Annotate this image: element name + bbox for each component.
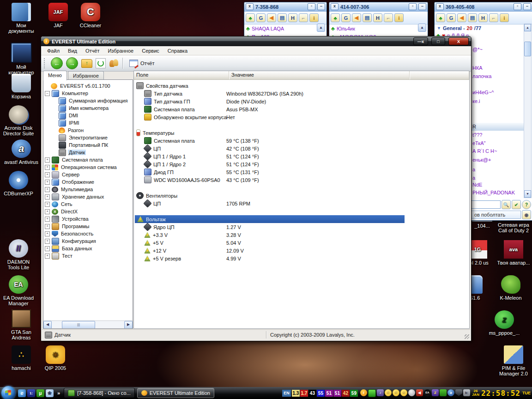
- scroll-up-icon[interactable]: ▲: [418, 24, 426, 32]
- bolt-tray-icon[interactable]: Z: [432, 389, 439, 396]
- contact-name-fragment[interactable]: А R`I C H~: [472, 148, 497, 154]
- scroll-right-icon[interactable]: ▶: [124, 321, 133, 329]
- tab-menu[interactable]: Меню: [43, 71, 67, 80]
- sensor-row[interactable]: Ядро ЦП1.27 V: [134, 223, 469, 231]
- tree-item[interactable]: +Мультимедиа: [43, 186, 133, 193]
- expand-icon[interactable]: +: [45, 194, 50, 200]
- desktop-icon-daemon[interactable]: //DAEMON Tools Lite: [1, 239, 36, 270]
- desktop-icon-hamachi[interactable]: ∴hamachi: [4, 345, 39, 371]
- contact-name-fragment[interactable]: @*~: [472, 47, 483, 52]
- close-icon[interactable]: x: [436, 3, 444, 10]
- g-toolbar-icon[interactable]: G: [447, 13, 456, 22]
- horn-tray-icon[interactable]: ◀: [416, 389, 423, 396]
- expand-icon[interactable]: +: [45, 224, 50, 229]
- wrench-toolbar-icon[interactable]: ⌐: [489, 13, 498, 22]
- desktop-icon-avast[interactable]: aavast! Antivirus: [4, 139, 39, 165]
- clover-toolbar-icon[interactable]: ♣: [246, 13, 255, 22]
- tree-item[interactable]: +Хранение данных: [43, 193, 133, 200]
- contact-row[interactable]: ♣Юль4ик: [329, 24, 428, 33]
- refresh-button[interactable]: [96, 58, 106, 68]
- desktop-icon-kmeleon[interactable]: K-Meleon: [493, 275, 528, 301]
- tree-item[interactable]: +Сервер: [43, 171, 133, 178]
- desktop-icon-pppoe[interactable]: zms_pppoe_...: [487, 310, 522, 336]
- contact-name-fragment[interactable]: еньк@+: [472, 157, 491, 163]
- h-toolbar-icon[interactable]: H: [478, 13, 488, 22]
- clover-toolbar-icon[interactable]: ♣: [331, 13, 340, 22]
- maximize-icon[interactable]: ▫: [514, 3, 521, 10]
- card-toolbar-icon[interactable]: ▤: [363, 13, 372, 22]
- expand-icon[interactable]: +: [45, 180, 50, 185]
- contact-name-fragment[interactable]: иН4eG~^: [472, 90, 494, 95]
- contact-name-fragment[interactable]: еТкА": [472, 140, 485, 146]
- tree-item[interactable]: +Отображение: [43, 178, 133, 186]
- collapse-icon[interactable]: –: [45, 91, 50, 96]
- sensor-row[interactable]: Тип датчикаWinbond W83627DHG (ISA 290h): [134, 90, 469, 97]
- contact-name-fragment[interactable]: а: [472, 167, 475, 172]
- tree-item[interactable]: +База данных: [43, 245, 133, 252]
- desktop-icon-ava[interactable]: avaТвоя аватар...: [496, 240, 531, 266]
- menu-item[interactable]: Сервис: [138, 47, 163, 54]
- tree-item[interactable]: DMI: [43, 112, 133, 119]
- close-icon[interactable]: x: [246, 3, 254, 10]
- maximize-button[interactable]: □: [431, 37, 445, 45]
- desktop-icon-qip[interactable]: ✳QIP 2005: [38, 345, 73, 371]
- sensor-row[interactable]: Свойства датчика: [134, 82, 469, 90]
- desktop-icon-gta[interactable]: GTA San Andreas: [4, 309, 39, 340]
- menu-item[interactable]: Отчёт: [81, 47, 103, 54]
- h-toolbar-icon[interactable]: H: [373, 13, 382, 22]
- tree-item[interactable]: Датчик: [43, 149, 133, 156]
- minimize-icon[interactable]: –: [418, 3, 426, 10]
- up-folder-button[interactable]: ↑: [81, 59, 92, 68]
- ball-tray-icon[interactable]: [408, 389, 415, 396]
- ea-tray-icon[interactable]: EA: [424, 389, 431, 396]
- shield-tray-icon[interactable]: [455, 389, 462, 396]
- tree-item[interactable]: IPMI: [43, 119, 133, 127]
- qip-window-1-titlebar[interactable]: x 7-358-868 ▫ –: [244, 2, 326, 12]
- clover-toolbar-icon[interactable]: ♣: [436, 13, 445, 22]
- wrench-toolbar-icon[interactable]: ⌐: [384, 13, 393, 22]
- notes-icon[interactable]: ✔: [512, 200, 521, 209]
- desktop-icon-my-documents[interactable]: Мои документы: [4, 3, 39, 34]
- info-toolbar-icon[interactable]: i: [500, 13, 509, 22]
- tree-item[interactable]: +Операционная система: [43, 163, 133, 171]
- expand-icon[interactable]: +: [45, 165, 50, 170]
- expand-icon[interactable]: +: [45, 202, 50, 207]
- eye-icon[interactable]: ◉: [522, 210, 531, 219]
- info-toolbar-icon[interactable]: i: [309, 13, 319, 22]
- scrollbar-thumb[interactable]: |||: [62, 321, 95, 329]
- minimize-icon[interactable]: –: [317, 3, 325, 10]
- tc-quicklaunch-icon[interactable]: 1:: [27, 389, 35, 397]
- language-indicator[interactable]: EN: [282, 390, 291, 397]
- tree-item[interactable]: +Сеть: [43, 200, 133, 208]
- tree-item[interactable]: EVEREST v5.01.1700: [43, 82, 133, 90]
- contact-name-fragment[interactable]: R: [472, 124, 476, 129]
- tree-item[interactable]: +Безопасность: [43, 230, 133, 237]
- chevron-expand-icon[interactable]: »: [57, 390, 60, 396]
- tree-item[interactable]: +XDirectX: [43, 208, 133, 215]
- vertical-scrollbar[interactable]: ▲ ▼: [524, 24, 532, 198]
- minimize-icon[interactable]: –: [523, 3, 531, 10]
- info-toolbar-icon[interactable]: i: [394, 13, 404, 22]
- qip-window-3-titlebar[interactable]: x 369-405-408 ▫ –: [435, 2, 532, 12]
- contact-name-fragment[interactable]: ке.i: [472, 98, 480, 104]
- report-button[interactable]: Отчёт: [126, 58, 157, 69]
- sensor-row[interactable]: ЦП42 °C (108 °F): [134, 145, 469, 152]
- maximize-icon[interactable]: ▫: [409, 3, 417, 10]
- tree-item[interactable]: +Конфигурация: [43, 237, 133, 245]
- menu-item[interactable]: Файл: [43, 47, 64, 54]
- sensor-row[interactable]: Вентиляторы: [134, 192, 469, 200]
- tree-item[interactable]: +Системная плата: [43, 156, 133, 163]
- sensor-row[interactable]: ЦП1705 RPM: [134, 200, 469, 207]
- expand-icon[interactable]: +: [45, 217, 50, 222]
- scroll-left-icon[interactable]: ◀: [43, 321, 52, 329]
- scroll-down-icon[interactable]: ▼: [524, 190, 531, 198]
- expand-icon[interactable]: +: [45, 209, 50, 214]
- tree-item[interactable]: Имя компьютера: [43, 104, 133, 112]
- sensor-row[interactable]: Системная плата59 °C (138 °F): [134, 137, 469, 145]
- add-user-icon[interactable]: 🔍: [502, 200, 511, 209]
- tree-item[interactable]: –Компьютер: [43, 90, 133, 97]
- taskbar-button[interactable]: [7-358-868] - Окно со...: [64, 388, 135, 398]
- column-value[interactable]: Значение: [229, 71, 410, 79]
- card-toolbar-icon[interactable]: ▤: [468, 13, 477, 22]
- close-icon[interactable]: x: [331, 3, 339, 10]
